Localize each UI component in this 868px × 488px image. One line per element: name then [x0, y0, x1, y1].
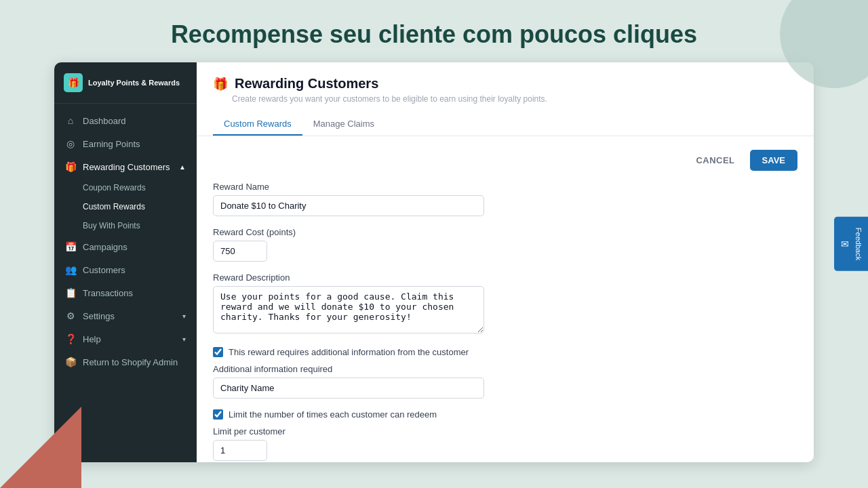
- chevron-down-icon: ▲: [179, 163, 186, 171]
- list-icon: 📋: [65, 287, 76, 298]
- limit-per-customer-checkbox[interactable]: [213, 409, 223, 420]
- sidebar-label-dashboard: Dashboard: [83, 116, 126, 126]
- reward-description-label: Reward Description: [213, 272, 797, 283]
- gift-icon: 🎁: [65, 161, 76, 172]
- sidebar-item-return-shopify[interactable]: 📦 Return to Shopify Admin: [54, 350, 197, 373]
- checkbox2-row: Limit the number of times each customer …: [213, 409, 797, 420]
- main-content: 🎁 Rewarding Customers Create rewards you…: [197, 62, 814, 462]
- sidebar-label-campaigns: Campaigns: [83, 242, 127, 252]
- cancel-button[interactable]: CANCEL: [688, 150, 743, 171]
- limit-per-customer-group: Limit per customer: [213, 426, 797, 461]
- sidebar-item-settings[interactable]: ⚙ Settings ▾: [54, 304, 197, 327]
- people-icon: 👥: [65, 264, 76, 275]
- shopify-icon: 📦: [65, 357, 76, 367]
- chevron-help-icon: ▾: [182, 336, 186, 343]
- content-subtitle: Create rewards you want your customers t…: [213, 94, 797, 104]
- save-button[interactable]: SAVE: [750, 150, 797, 171]
- sidebar-submenu-rewarding: Coupon Rewards Custom Rewards Buy With P…: [54, 178, 197, 235]
- limit-per-customer-input[interactable]: [213, 440, 267, 461]
- sidebar-item-rewarding-customers[interactable]: 🎁 Rewarding Customers ▲: [54, 155, 197, 178]
- reward-cost-group: Reward Cost (points): [213, 227, 797, 262]
- page-headline: Recompense seu cliente com poucos clique…: [0, 0, 868, 62]
- sidebar-item-customers[interactable]: 👥 Customers: [54, 258, 197, 281]
- sidebar-brand[interactable]: 🎁 Loyalty Points & Rewards: [54, 62, 197, 104]
- form-top-row: CANCEL SAVE: [213, 150, 797, 171]
- sidebar-label-earning-points: Earning Points: [83, 139, 140, 149]
- content-title: Rewarding Customers: [235, 76, 378, 92]
- limit-per-customer-label: Limit per customer: [213, 426, 797, 436]
- sidebar-item-earning-points[interactable]: ◎ Earning Points: [54, 132, 197, 155]
- brand-icon: 🎁: [64, 73, 83, 92]
- main-container: 🎁 Loyalty Points & Rewards ⌂ Dashboard ◎…: [54, 62, 814, 462]
- sidebar-item-custom-rewards[interactable]: Custom Rewards: [54, 197, 197, 216]
- feedback-label: Feedback: [854, 228, 863, 260]
- tab-custom-rewards[interactable]: Custom Rewards: [213, 113, 302, 136]
- sidebar-label-transactions: Transactions: [83, 288, 133, 298]
- settings-icon: ⚙: [65, 310, 76, 321]
- chevron-settings-icon: ▾: [182, 312, 186, 320]
- reward-name-group: Reward Name: [213, 182, 797, 216]
- help-icon: ❓: [65, 333, 76, 344]
- reward-name-label: Reward Name: [213, 182, 797, 192]
- reward-description-group: Reward Description Use your points for a…: [213, 272, 797, 336]
- circle-icon: ◎: [65, 138, 76, 149]
- content-title-row: 🎁 Rewarding Customers: [213, 76, 797, 92]
- sidebar-item-dashboard[interactable]: ⌂ Dashboard: [54, 109, 197, 132]
- reward-cost-input[interactable]: [213, 241, 267, 262]
- deco-triangle: [0, 407, 81, 488]
- sidebar-item-buy-with-points[interactable]: Buy With Points: [54, 216, 197, 235]
- checkbox2-label: Limit the number of times each customer …: [229, 409, 437, 420]
- sidebar: 🎁 Loyalty Points & Rewards ⌂ Dashboard ◎…: [54, 62, 197, 462]
- home-icon: ⌂: [65, 115, 76, 126]
- brand-label: Loyalty Points & Rewards: [88, 78, 180, 87]
- sidebar-label-help: Help: [83, 334, 101, 344]
- reward-name-input[interactable]: [213, 195, 484, 216]
- sidebar-label-settings: Settings: [83, 311, 115, 321]
- reward-description-textarea[interactable]: Use your points for a good cause. Claim …: [213, 286, 484, 333]
- tabs-row: Custom Rewards Manage Claims: [213, 113, 797, 136]
- tab-manage-claims[interactable]: Manage Claims: [302, 113, 385, 136]
- calendar-icon: 📅: [65, 241, 76, 252]
- additional-info-input[interactable]: [213, 378, 484, 399]
- feedback-button[interactable]: Feedback ✉: [834, 217, 868, 271]
- additional-info-label: Additional information required: [213, 364, 797, 374]
- content-header: 🎁 Rewarding Customers Create rewards you…: [197, 62, 814, 136]
- sidebar-item-coupon-rewards[interactable]: Coupon Rewards: [54, 178, 197, 197]
- sidebar-label-return-shopify: Return to Shopify Admin: [83, 357, 178, 367]
- sidebar-label-rewarding-customers: Rewarding Customers: [83, 162, 170, 172]
- sidebar-item-help[interactable]: ❓ Help ▾: [54, 327, 197, 350]
- additional-info-checkbox[interactable]: [213, 347, 223, 357]
- sidebar-item-campaigns[interactable]: 📅 Campaigns: [54, 235, 197, 258]
- form-area: CANCEL SAVE Reward Name Reward Cost (poi…: [197, 136, 814, 462]
- checkbox1-row: This reward requires additional informat…: [213, 347, 797, 357]
- sidebar-item-transactions[interactable]: 📋 Transactions: [54, 281, 197, 304]
- mail-icon: ✉: [840, 239, 850, 249]
- reward-cost-label: Reward Cost (points): [213, 227, 797, 237]
- checkbox1-label: This reward requires additional informat…: [229, 347, 469, 357]
- additional-info-group: Additional information required: [213, 364, 797, 399]
- content-title-icon: 🎁: [213, 77, 228, 92]
- sidebar-label-customers: Customers: [83, 265, 125, 275]
